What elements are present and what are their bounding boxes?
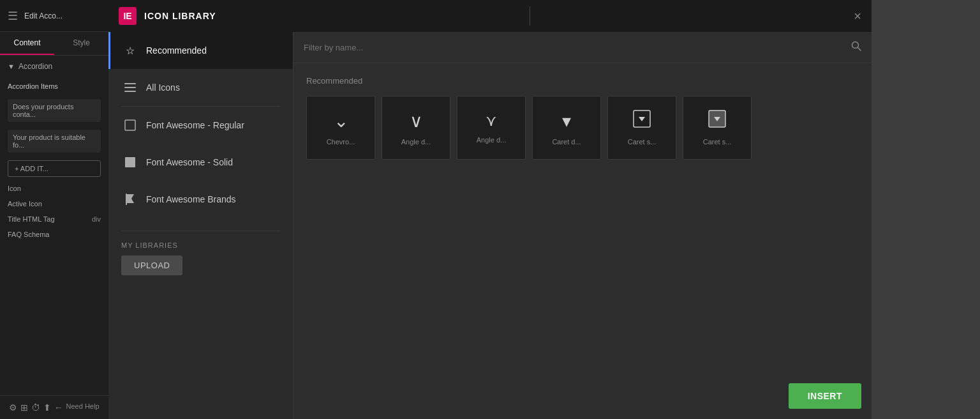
need-help-link[interactable]: Need Help [66,402,100,413]
svg-line-7 [858,48,861,51]
square-icon [123,118,137,132]
nav-item-fa-brands[interactable]: Font Awesome Brands [108,181,293,218]
tab-style[interactable]: Style [54,32,108,55]
icon-card-caret-square-1[interactable]: Caret s... [607,96,676,160]
field-active-icon-label: Active Icon [8,200,42,208]
sidebar-section-accordion: ▼ Accordion [0,56,108,77]
elementor-badge: IE [119,7,137,25]
accordion-items-label: Accordion Items [0,77,108,95]
badge-label: IE [123,11,131,21]
search-bar [293,32,872,63]
nav-item-fa-solid-label: Font Awesome - Solid [146,157,233,167]
menu-icon[interactable]: ☰ [8,9,18,23]
field-title-tag-value: div [92,215,101,223]
svg-rect-1 [124,87,136,88]
my-libraries-label: MY LIBRARIES [121,241,280,249]
upload-button[interactable]: UPLOAD [121,255,182,275]
sidebar-header: ☰ Edit Acco... [0,0,108,32]
sidebar-tabs: Content Style [0,32,108,56]
right-panel [872,0,980,419]
my-libraries-section: MY LIBRARIES UPLOAD [108,231,293,286]
field-icon-label: Icon [8,185,21,192]
nav-item-recommended-label: Recommended [146,45,207,56]
grid-icon[interactable]: ⊞ [20,402,28,413]
section-accordion-label: Accordion [19,62,52,71]
field-title-tag: Title HTML Tag div [0,211,108,227]
search-input[interactable] [304,43,845,52]
icon-card-angle-down-1[interactable]: ∨ Angle d... [382,96,450,160]
field-faq-label: FAQ Schema [8,231,49,238]
field-faq-schema: FAQ Schema [0,227,108,242]
content-area: Recommended ⌄ Chevro... ∨ Angle d... ⋎ [293,63,872,419]
sidebar: ☰ Edit Acco... Content Style ▼ Accordion… [0,0,108,419]
icon-card-angle-down-2[interactable]: ⋎ Angle d... [457,96,526,160]
icon-card-angle-down-1-name: Angle d... [382,138,450,146]
modal-body: ☆ Recommended All Icons [108,32,872,419]
modal-footer: INSERT [778,373,872,419]
nav-item-recommended[interactable]: ☆ Recommended [108,32,293,69]
nav-item-all-icons-label: All Icons [146,82,180,93]
icon-card-caret-square-2-name: Caret s... [683,138,751,146]
field-title-tag-label: Title HTML Tag [8,215,55,223]
section-recommended-label: Recommended [306,76,859,86]
icon-card-caret-square-2[interactable]: Caret s... [683,96,752,160]
nav-item-fa-solid[interactable]: Font Awesome - Solid [108,144,293,181]
icon-library-modal: IE ICON LIBRARY × ☆ Recommended [108,0,872,419]
content-panel: Recommended ⌄ Chevro... ∨ Angle d... ⋎ [293,32,872,419]
settings-icon[interactable]: ⚙ [9,402,17,413]
header-divider [530,6,530,26]
history-icon[interactable]: ⏱ [31,402,40,413]
field-active-icon: Active Icon [0,196,108,211]
add-item-button[interactable]: + ADD IT... [8,160,101,177]
nav-item-all-icons[interactable]: All Icons [108,69,293,106]
search-icon [851,41,861,54]
list-icon [123,80,137,95]
tab-content[interactable]: Content [0,32,54,55]
icon-card-chevron-down-name: Chevro... [307,138,375,146]
square-filled-icon [123,155,137,169]
icons-grid: ⌄ Chevro... ∨ Angle d... ⋎ Angle d... [306,96,859,160]
back-icon[interactable]: ← [54,402,63,413]
svg-rect-4 [125,157,135,167]
angle-down-symbol-1: ∨ [410,110,423,132]
insert-button[interactable]: INSERT [789,383,861,409]
star-icon: ☆ [123,43,137,57]
field-icon: Icon [0,181,108,196]
nav-item-fa-regular-label: Font Awesome - Regular [146,120,244,130]
icon-card-caret-square-1-name: Caret s... [608,138,676,146]
icon-card-chevron-down[interactable]: ⌄ Chevro... [306,96,375,160]
accordion-item-1: Does your products conta... [8,99,101,122]
modal-title: ICON LIBRARY [144,11,216,21]
accordion-item-2: Your product is suitable fo... [8,130,101,153]
chevron-down-symbol: ⌄ [334,110,348,132]
caret-square-symbol-2 [708,110,726,132]
svg-rect-3 [125,120,135,130]
editor-title: Edit Acco... [24,11,63,20]
nav-item-fa-regular[interactable]: Font Awesome - Regular [108,107,293,144]
chevron-down-icon: ▼ [8,63,15,70]
upload-icon[interactable]: ⬆ [43,402,51,413]
caret-square-symbol-1 [633,110,651,132]
icon-card-caret-down-name: Caret d... [533,138,600,146]
svg-rect-2 [124,91,136,92]
svg-rect-5 [126,194,127,205]
nav-panel: ☆ Recommended All Icons [108,32,293,419]
nav-item-fa-brands-label: Font Awesome Brands [146,194,236,204]
sidebar-footer: ⚙ ⊞ ⏱ ⬆ ← Need Help [0,395,108,419]
icon-card-angle-down-2-name: Angle d... [457,136,525,144]
modal-header: IE ICON LIBRARY × [108,0,872,32]
flag-icon [123,192,137,206]
angle-down-symbol-2: ⋎ [486,112,497,130]
icon-card-caret-down[interactable]: ▾ Caret d... [532,96,601,160]
svg-rect-0 [124,83,136,84]
caret-down-symbol: ▾ [562,110,571,132]
close-button[interactable]: × [854,9,861,24]
